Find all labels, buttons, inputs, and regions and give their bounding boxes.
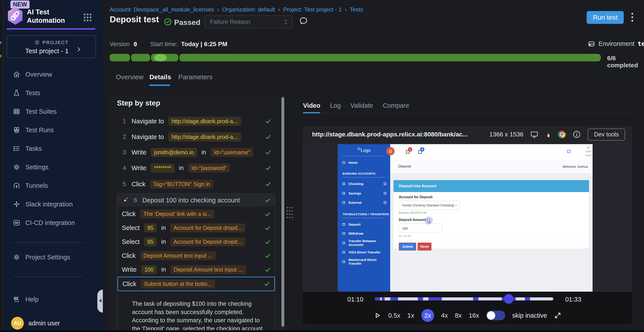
bank-section-banking: BANKING ACCOUNTS: [338, 172, 390, 175]
sidebar: NEW AI Test Automation: [0, 0, 103, 332]
panel-drag-handle[interactable]: [287, 207, 292, 219]
sidebar-item-slack-integration[interactable]: Slack integration: [0, 195, 103, 214]
scrollbar-thumb[interactable]: [282, 97, 284, 327]
sidebar-item-project-settings[interactable]: Project Settings: [0, 248, 103, 266]
value-chip: 95: [144, 224, 157, 232]
step-check-icon: [265, 181, 272, 188]
notification-badge-blue: 0: [420, 147, 424, 152]
bank-page-title: Deposit: [398, 164, 411, 169]
substep-row-1[interactable]: Click The 'Deposit' link with a si...: [118, 207, 275, 221]
speed-4x[interactable]: 4x: [441, 312, 448, 319]
tab-compare[interactable]: Compare: [383, 102, 409, 109]
apps-grid-icon[interactable]: [82, 12, 93, 22]
step-row-2[interactable]: 2 Navigate to http://stage.dbank.prod-a.…: [110, 129, 280, 144]
step-row-5[interactable]: 5 Click Tag="BUTTON" Sign in: [110, 176, 280, 192]
sidebar-item-test-suites[interactable]: Test Suites: [0, 102, 103, 121]
sidebar-item-tunnels[interactable]: Tunnels: [0, 176, 103, 195]
bank-main: Deposit into Account Account for Deposit…: [390, 173, 592, 292]
breadcrumb-project[interactable]: Project: Test project - 1: [283, 6, 342, 13]
deposit-card-title: Deposit into Account: [394, 180, 589, 192]
dev-tools-button[interactable]: Dev tools: [588, 128, 625, 140]
step-check-icon: [264, 211, 271, 218]
fullscreen-icon[interactable]: [554, 312, 561, 319]
tab-video[interactable]: Video: [303, 102, 320, 109]
environment-drive-icon: [588, 40, 596, 48]
kebab-menu-icon[interactable]: [631, 12, 634, 22]
notification-badge-red: 0: [408, 147, 412, 152]
bank-welcome: Welcome Joshua: [562, 165, 588, 168]
bank-topbar: 0 0 User Avat: [390, 144, 592, 160]
play-button[interactable]: [374, 312, 381, 319]
tab-parameters[interactable]: Parameters: [178, 73, 212, 81]
step-check-icon: [265, 134, 272, 140]
speed-16x[interactable]: 16x: [469, 312, 479, 319]
locator-chip: Tag="BUTTON" Sign in: [150, 180, 214, 189]
step-check-icon: [264, 280, 270, 287]
user-name: admin user: [28, 320, 60, 327]
bank-logo: Logo: [338, 147, 390, 153]
bank-nav-home: Home: [338, 160, 390, 165]
step-check-icon: [265, 165, 272, 171]
breadcrumb-account[interactable]: Account: Devspace_all_module_licenses: [110, 6, 214, 13]
sidebar-item-test-runs[interactable]: Test Runs: [0, 121, 103, 139]
flask-icon: [12, 89, 21, 97]
timeline-activity-segment: [375, 297, 380, 300]
substep-row-3[interactable]: Select 95 in Account for Deposit dropd..…: [118, 235, 275, 249]
comment-bubble-icon[interactable]: [298, 16, 308, 26]
sparkle-ai-icon: [122, 197, 128, 204]
bank-topbar-icon: [567, 150, 570, 153]
step-check-icon: [264, 238, 271, 245]
sidebar-item-tasks[interactable]: Tasks: [0, 139, 103, 158]
speed-2x-active[interactable]: 2x: [421, 309, 434, 322]
speed-8x[interactable]: 8x: [455, 312, 462, 319]
skip-inactive-toggle[interactable]: [486, 310, 505, 320]
step-check-icon: [264, 252, 271, 259]
sidebar-collapse-handle[interactable]: [97, 290, 103, 312]
step-check-icon: [264, 266, 271, 273]
start-time-value: Today | 6:25 PM: [181, 40, 227, 48]
run-test-button[interactable]: Run test: [586, 11, 624, 24]
breadcrumb-tests[interactable]: Tests: [350, 6, 363, 13]
breadcrumb-organization[interactable]: Organization: default: [222, 6, 275, 13]
step-row-4[interactable]: 4 Write ******** in Id="password": [110, 160, 280, 176]
timeline-activity-segment: [473, 297, 478, 300]
step-check-icon: [265, 118, 272, 124]
captured-url: http://stage.dbank.prod-apps.relicx.ai:8…: [312, 131, 468, 138]
locator-chip: http://stage.dbank.prod-a...: [168, 117, 241, 126]
step-row-3[interactable]: 3 Write jsmith@demo.io in Id="username": [110, 144, 280, 160]
sidebar-item-settings[interactable]: Settings: [0, 158, 103, 176]
table-grid-icon: [12, 108, 21, 116]
value-chip: ********: [151, 164, 174, 172]
speed-1x[interactable]: 1x: [408, 312, 414, 319]
failure-reason-select[interactable]: Failure Reason: [204, 16, 292, 28]
user-avatar[interactable]: AU: [11, 317, 24, 330]
substep-row-4[interactable]: Click Deposit Amount text input ...: [118, 249, 275, 263]
timeline-activity-segment: [382, 297, 385, 300]
timeline-track[interactable]: [375, 297, 553, 300]
sidebar-item-cicd-integration[interactable]: CI-CD integration: [0, 214, 103, 232]
step-check-icon: [264, 197, 271, 204]
step-row-1[interactable]: 1 Navigate to http://stage.dbank.prod-a.…: [110, 114, 280, 129]
speed-0-5x[interactable]: 0.5x: [388, 312, 400, 319]
video-stage: Logo Home BANKING ACCOUNTS Checking Savi…: [303, 143, 632, 292]
info-icon[interactable]: [572, 130, 581, 139]
tab-details[interactable]: Details: [150, 73, 171, 81]
chevron-left-icon: [99, 299, 102, 303]
step-group-header[interactable]: 6 Deposit 100 into checking account: [118, 194, 275, 207]
bank-nav-deposit: Deposit: [338, 222, 390, 227]
substep-row-6-selected[interactable]: Click Submit button at the botto...: [118, 276, 275, 291]
substep-row-2[interactable]: Select 95 in Account for Deposit dropd..…: [118, 221, 275, 235]
tab-overview[interactable]: Overview: [116, 73, 144, 81]
home-icon: [12, 70, 21, 78]
locator-chip: Deposit Amount text input ...: [140, 251, 216, 260]
sidebar-item-help[interactable]: ? Help: [0, 294, 103, 305]
tab-log[interactable]: Log: [330, 102, 340, 109]
sidebar-item-overview[interactable]: Overview: [0, 65, 103, 84]
bank-nav-checking: Checking: [338, 181, 390, 186]
sidebar-item-tests[interactable]: Tests: [0, 84, 103, 102]
project-selector[interactable]: PROJECT Test project - 1: [6, 35, 96, 58]
bank-page-header: Deposit Welcome Joshua: [390, 160, 592, 173]
svg-text:?: ?: [15, 297, 17, 300]
substep-row-5[interactable]: Write 100 in Deposit Amount text input .…: [118, 263, 275, 276]
tab-validate[interactable]: Validate: [350, 102, 373, 109]
